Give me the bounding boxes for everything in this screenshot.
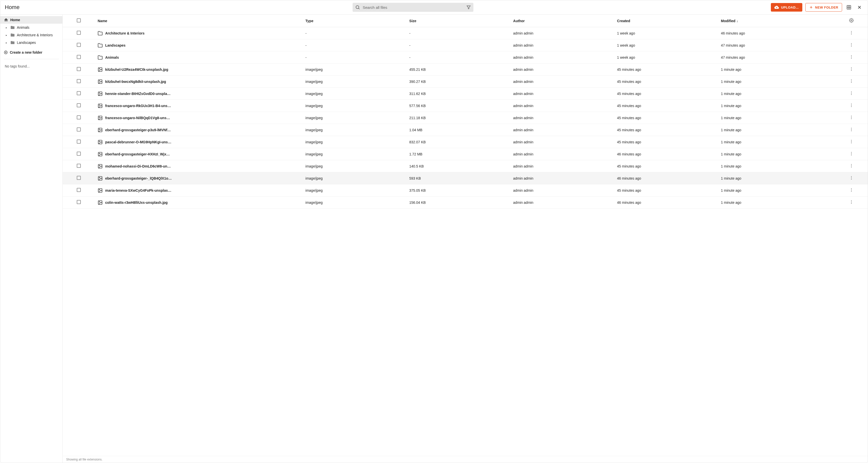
table-row[interactable]: hennie-stander-BtHtZsGvdD0-unsplash.jpgi… [63, 88, 868, 100]
row-more-button[interactable] [849, 188, 854, 192]
table-row[interactable]: Animals--admin admin1 week ago47 minutes… [63, 51, 868, 63]
table-row[interactable]: francesco-ungaro-NilBQqD1Vg8-unsplash.jp… [63, 112, 868, 124]
row-modified: 1 minute ago [718, 88, 835, 100]
image-icon [98, 152, 103, 157]
row-checkbox[interactable] [77, 164, 81, 168]
upload-label: UPLOAD... [781, 5, 799, 9]
column-header-type[interactable]: Type [303, 15, 407, 27]
row-more-button[interactable] [849, 55, 854, 59]
row-type: image/jpeg [303, 172, 407, 184]
caret-right-icon[interactable]: ▸ [6, 26, 8, 29]
svg-point-80 [99, 201, 100, 202]
row-type: image/jpeg [303, 197, 407, 209]
search-bar[interactable] [352, 3, 473, 12]
table-row[interactable]: pascal-debrunner-O-MG9HpNKgI-unsplash.jp… [63, 136, 868, 148]
row-checkbox[interactable] [77, 67, 81, 71]
table-row[interactable]: maria-teneva-SXwCyG4FoPk-unsplash.jpgima… [63, 184, 868, 197]
filter-icon[interactable] [466, 5, 471, 9]
row-more-button[interactable] [849, 164, 854, 168]
gear-icon[interactable] [849, 18, 854, 23]
table-row[interactable]: Landscapes--admin admin1 week ago47 minu… [63, 39, 868, 51]
row-more-button[interactable] [849, 91, 854, 95]
table-row[interactable]: eberhard-grossgasteiger-HXHzI_Wjxdo-unsp… [63, 148, 868, 160]
row-modified: 47 minutes ago [718, 39, 835, 51]
row-checkbox[interactable] [77, 43, 81, 47]
row-more-button[interactable] [849, 79, 854, 83]
tree-item-folder[interactable]: ▸Landscapes [0, 39, 62, 46]
row-checkbox[interactable] [77, 91, 81, 95]
svg-marker-2 [467, 6, 470, 9]
column-header-size[interactable]: Size [407, 15, 510, 27]
table-row[interactable]: colin-watts-r3wH8lliUxs-unsplash.jpgimag… [63, 197, 868, 209]
svg-point-51 [851, 128, 852, 128]
svg-line-1 [359, 8, 360, 9]
row-checkbox[interactable] [77, 79, 81, 83]
row-name: eberhard-grossgasteiger-p3u9-lMVNfc-unsp… [105, 128, 172, 132]
row-checkbox[interactable] [77, 140, 81, 144]
row-checkbox[interactable] [77, 31, 81, 35]
table-row[interactable]: eberhard-grossgasteiger-_lQB4QlX1oA-unsp… [63, 172, 868, 184]
column-header-author[interactable]: Author [510, 15, 615, 27]
column-header-modified[interactable]: Modified↓ [718, 15, 835, 27]
row-checkbox[interactable] [77, 200, 81, 204]
row-type: image/jpeg [303, 100, 407, 112]
row-more-button[interactable] [849, 127, 854, 132]
column-header-created[interactable]: Created [615, 15, 718, 27]
row-size: 593 KB [407, 172, 510, 184]
select-all-checkbox[interactable] [77, 19, 81, 22]
search-input[interactable] [363, 5, 464, 9]
row-more-button[interactable] [849, 42, 854, 47]
table-row[interactable]: Architecture & Interiors--admin admin1 w… [63, 27, 868, 39]
row-more-button[interactable] [849, 200, 854, 204]
svg-point-45 [99, 117, 100, 117]
row-created: 46 minutes ago [615, 172, 718, 184]
row-checkbox[interactable] [77, 176, 81, 180]
upload-button[interactable]: UPLOAD... [771, 3, 802, 11]
row-more-button[interactable] [849, 67, 854, 71]
table-row[interactable]: francesco-ungaro-RkGUx3H1-B4-unsplash.jp… [63, 100, 868, 112]
svg-point-22 [851, 57, 852, 57]
create-folder-action[interactable]: Create a new folder [0, 48, 62, 57]
row-more-button[interactable] [849, 139, 854, 144]
row-modified: 1 minute ago [718, 136, 835, 148]
row-checkbox[interactable] [77, 152, 81, 156]
row-more-button[interactable] [849, 151, 854, 156]
table-row[interactable]: kitzbuhel-bwcxNg8dkiI-unsplash.jpgimage/… [63, 76, 868, 88]
caret-right-icon[interactable]: ▸ [6, 41, 8, 44]
row-checkbox[interactable] [77, 103, 81, 107]
svg-point-61 [851, 152, 852, 153]
row-author: admin admin [510, 88, 615, 100]
caret-right-icon[interactable]: ▸ [6, 34, 8, 36]
row-author: admin admin [510, 160, 615, 172]
row-author: admin admin [510, 76, 615, 88]
row-more-button[interactable] [849, 103, 854, 108]
row-more-button[interactable] [849, 30, 854, 35]
row-checkbox[interactable] [77, 55, 81, 59]
close-button[interactable] [856, 3, 863, 11]
image-icon [98, 176, 103, 181]
select-all-header[interactable] [63, 15, 95, 27]
svg-point-38 [851, 94, 852, 95]
row-more-button[interactable] [849, 176, 854, 180]
table-row[interactable]: kitzbuhel-U2Reza4WCtk-unsplash.jpgimage/… [63, 63, 868, 76]
row-checkbox[interactable] [77, 188, 81, 192]
column-header-name[interactable]: Name [95, 15, 303, 27]
row-size: - [407, 51, 510, 63]
svg-point-58 [851, 143, 852, 143]
row-checkbox[interactable] [77, 115, 81, 119]
row-more-button[interactable] [849, 115, 854, 120]
row-size: 140.5 KB [407, 160, 510, 172]
row-modified: 1 minute ago [718, 160, 835, 172]
row-checkbox[interactable] [77, 127, 81, 132]
new-folder-button[interactable]: NEW FOLDER [805, 3, 842, 11]
table-row[interactable]: mohamed-nohassi-Di-DmLD6cW8-unsplash.jpg… [63, 160, 868, 172]
table-row[interactable]: eberhard-grossgasteiger-p3u9-lMVNfc-unsp… [63, 124, 868, 136]
tree-item-home[interactable]: Home [0, 16, 62, 24]
column-settings[interactable] [835, 15, 868, 27]
file-table-wrap[interactable]: Name Type Size Author Created Modified↓ [63, 15, 868, 456]
tree-item-folder[interactable]: ▸Animals [0, 24, 62, 31]
grid-view-button[interactable] [845, 3, 852, 11]
row-author: admin admin [510, 136, 615, 148]
tree-item-folder[interactable]: ▸Architecture & Interiors [0, 31, 62, 39]
row-type: image/jpeg [303, 88, 407, 100]
